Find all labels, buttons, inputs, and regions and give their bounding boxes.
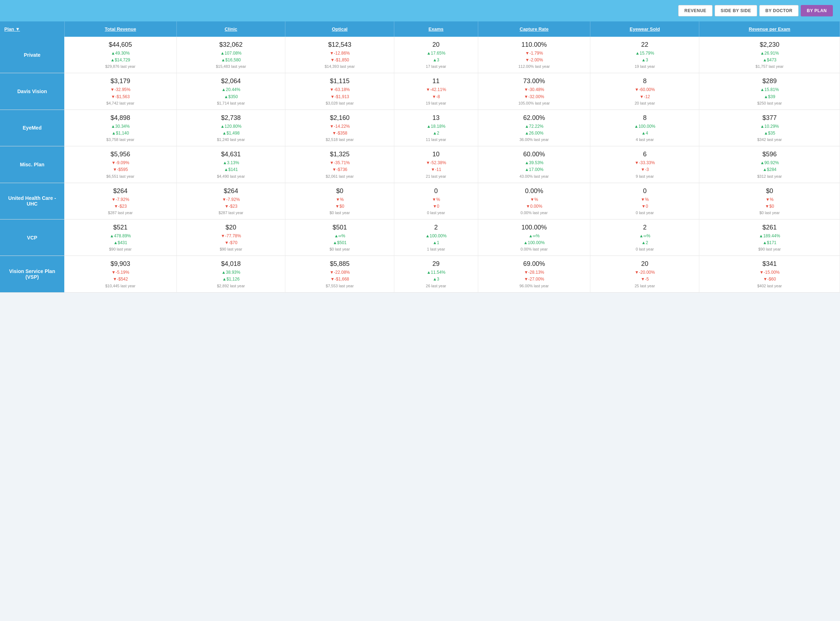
col-header-7[interactable]: Revenue per Exam: [699, 21, 840, 37]
amt-row: ▲$284: [703, 166, 835, 173]
pct-row: ▲72.22%: [483, 123, 586, 130]
by-doctor-button[interactable]: BY DOCTOR: [759, 5, 799, 17]
amt-row: ▲1: [399, 239, 474, 246]
amt-row: ▼-3: [595, 166, 695, 173]
pct-row: ▼-33.33%: [595, 159, 695, 166]
col-header-5[interactable]: Capture Rate: [478, 21, 590, 37]
table-row: VCP$521▲478.89%▲$431$90 last year$20▼-77…: [0, 219, 840, 256]
amt-row: ▼-$1,563: [68, 94, 172, 100]
main-value: $2,738: [181, 114, 281, 122]
data-cell-4-3: 0▼%▼00 last year: [394, 183, 478, 219]
last-year-value: $3,028 last year: [290, 101, 390, 105]
last-year-value: $402 last year: [703, 284, 835, 288]
last-year-value: $1,714 last year: [181, 101, 281, 105]
amt-row: ▼-$595: [68, 166, 172, 173]
amt-row: ▲$1,140: [68, 130, 172, 137]
main-value: $1,325: [290, 151, 390, 158]
pct-row: ▲478.89%: [68, 233, 172, 239]
data-cell-4-6: $0▼%▼$0$0 last year: [699, 183, 840, 219]
last-year-value: 0.00% last year: [483, 247, 586, 251]
data-cell-1-3: 11▼-42.11%▼-819 last year: [394, 73, 478, 109]
main-value: $2,160: [290, 114, 390, 122]
main-value: 110.00%: [483, 41, 586, 48]
last-year-value: 19 last year: [399, 101, 474, 105]
data-cell-6-0: $9,903▼-5.19%▼-$542$10,445 last year: [64, 256, 176, 292]
main-value: $12,543: [290, 41, 390, 48]
revenue-button[interactable]: REVENUE: [678, 5, 712, 17]
main-value: 2: [595, 224, 695, 231]
main-value: $4,631: [181, 151, 281, 158]
pct-row: ▼-9.09%: [68, 159, 172, 166]
plan-name-cell: Vision Service Plan (VSP): [0, 256, 64, 292]
plan-name-cell: Misc. Plan: [0, 146, 64, 183]
data-cell-0-0: $44,605▲49.30%▲$14,729$29,876 last year: [64, 37, 176, 73]
data-cell-0-3: 20▲17.65%▲317 last year: [394, 37, 478, 73]
pct-row: ▼-77.78%: [181, 233, 281, 239]
last-year-value: $4,490 last year: [181, 174, 281, 179]
pct-row: ▲39.53%: [483, 159, 586, 166]
pct-row: ▲49.30%: [68, 50, 172, 57]
col-header-4[interactable]: Exams: [394, 21, 478, 37]
data-cell-6-4: 69.00%▼-28.13%▼-27.00%96.00% last year: [478, 256, 590, 292]
main-value: $5,956: [68, 151, 172, 158]
data-cell-3-5: 6▼-33.33%▼-39 last year: [590, 146, 699, 183]
data-cell-5-6: $261▲189.44%▲$171$90 last year: [699, 219, 840, 256]
col-header-3[interactable]: Optical: [286, 21, 394, 37]
pct-row: ▼-28.13%: [483, 269, 586, 276]
pct-row: ▲90.92%: [703, 159, 835, 166]
col-header-0[interactable]: Plan ▼: [0, 21, 64, 37]
col-header-1[interactable]: Total Revenue: [64, 21, 176, 37]
amt-row: ▼-27.00%: [483, 276, 586, 283]
data-cell-5-2: $501▲∞%▲$501$0 last year: [286, 219, 394, 256]
amt-row: ▲$16,580: [181, 57, 281, 64]
last-year-value: 0.00% last year: [483, 211, 586, 215]
main-value: 13: [399, 114, 474, 122]
amt-row: ▼-11: [399, 166, 474, 173]
pct-row: ▲∞%: [290, 233, 390, 239]
main-table-container: Plan ▼Total RevenueClinicOpticalExamsCap…: [0, 21, 840, 293]
data-cell-5-0: $521▲478.89%▲$431$90 last year: [64, 219, 176, 256]
main-value: $5,885: [290, 260, 390, 268]
pct-row: ▲107.08%: [181, 50, 281, 57]
side-by-side-button[interactable]: SIDE BY SIDE: [715, 5, 757, 17]
data-cell-5-5: 2▲∞%▲20 last year: [590, 219, 699, 256]
main-value: $2,064: [181, 77, 281, 85]
last-year-value: 43.00% last year: [483, 174, 586, 179]
last-year-value: $90 last year: [181, 247, 281, 251]
last-year-value: $342 last year: [703, 138, 835, 142]
main-value: 73.00%: [483, 77, 586, 85]
data-cell-1-6: $289▲15.81%▲$39$250 last year: [699, 73, 840, 109]
last-year-value: $90 last year: [703, 247, 835, 251]
amt-row: ▲100.00%: [483, 239, 586, 246]
pct-row: ▼-30.48%: [483, 86, 586, 93]
amt-row: ▲$14,729: [68, 57, 172, 64]
main-value: 69.00%: [483, 260, 586, 268]
amt-row: ▲3: [399, 57, 474, 64]
last-year-value: 0 last year: [399, 211, 474, 215]
data-cell-1-1: $2,064▲20.44%▲$350$1,714 last year: [176, 73, 286, 109]
main-value: $9,903: [68, 260, 172, 268]
col-header-2[interactable]: Clinic: [176, 21, 286, 37]
last-year-value: $15,483 last year: [181, 64, 281, 68]
main-value: $2,230: [703, 41, 835, 48]
last-year-value: 11 last year: [399, 138, 474, 142]
data-cell-2-6: $377▲10.29%▲$35$342 last year: [699, 109, 840, 146]
pct-row: ▼%: [290, 196, 390, 203]
amt-row: ▲2: [399, 130, 474, 137]
main-value: $3,179: [68, 77, 172, 85]
pct-row: ▼-42.11%: [399, 86, 474, 93]
main-value: $289: [703, 77, 835, 85]
data-cell-0-1: $32,062▲107.08%▲$16,580$15,483 last year: [176, 37, 286, 73]
data-cell-3-0: $5,956▼-9.09%▼-$595$6,551 last year: [64, 146, 176, 183]
last-year-value: $6,551 last year: [68, 174, 172, 179]
data-cell-2-2: $2,160▼-14.22%▼-$358$2,518 last year: [286, 109, 394, 146]
main-value: 0: [595, 187, 695, 195]
last-year-value: 105.00% last year: [483, 101, 586, 105]
pct-row: ▲∞%: [595, 233, 695, 239]
col-header-6[interactable]: Eyewear Sold: [590, 21, 699, 37]
last-year-value: 17 last year: [399, 64, 474, 68]
pct-row: ▲18.18%: [399, 123, 474, 130]
last-year-value: $1,757 last year: [703, 64, 835, 68]
amt-row: ▼$0: [703, 203, 835, 210]
by-plan-button[interactable]: BY PLAN: [801, 5, 833, 17]
